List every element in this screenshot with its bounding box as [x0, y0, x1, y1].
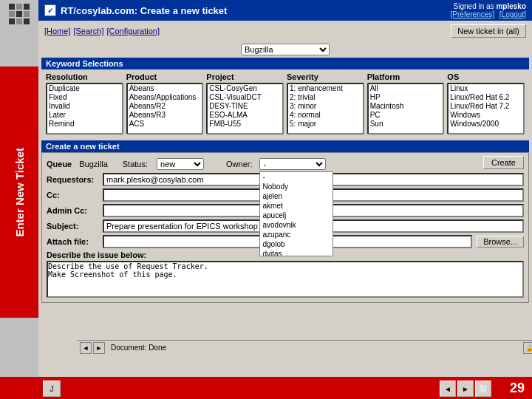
queue-select[interactable]: Bugzilla [241, 44, 330, 55]
main-content: ✓ RT/cosylab.com: Create a new ticket Si… [38, 0, 532, 377]
owner-option-ajelen[interactable]: ajelen [260, 191, 332, 201]
owner-option-avodovnik[interactable]: avodovnik [260, 220, 332, 230]
severity-col: Severity 1: enhancement 2: trivial 3: mi… [287, 72, 364, 134]
keyword-section-header: Keyword Selections [41, 58, 529, 69]
forward-icon[interactable]: ► [93, 342, 105, 354]
product-col: Product Abeans Abeans/Applications Abean… [126, 72, 204, 134]
create-section-header: Create a new ticket [41, 140, 529, 152]
owner-select[interactable]: - Nobody ajelen akmet apucelj avodovnik … [259, 158, 326, 170]
severity-label: Severity [287, 72, 364, 81]
taskbar-icon-1[interactable]: J [43, 381, 61, 397]
project-col: Project CSL-CosyGen CSL-VisualDCT DESY-T… [206, 72, 284, 134]
platform-label: Platform [367, 72, 445, 81]
status-select[interactable]: new open resolved [157, 158, 204, 170]
queue-value: Bugzilla [79, 160, 108, 168]
owner-option-dash[interactable]: - [260, 172, 332, 182]
platform-col: Platform All HP Macintosh PC Sun [367, 72, 445, 134]
queue-selector-area: Bugzilla [38, 41, 532, 58]
new-ticket-button[interactable]: New ticket in (all) [451, 24, 526, 38]
nav-bar: [Home] [Search] [Configuration] New tick… [38, 21, 532, 41]
cc-label: Cc: [47, 191, 98, 200]
keyword-grid: Resolution Duplicate Fixed Invalid Later… [41, 69, 529, 137]
configuration-link[interactable]: [Configuration] [106, 27, 160, 35]
owner-option-nobody[interactable]: Nobody [260, 182, 332, 191]
product-list[interactable]: Abeans Abeans/Applications Abeans/R2 Abe… [126, 83, 204, 134]
search-link[interactable]: [Search] [73, 27, 103, 35]
owner-option-azupanc[interactable]: azupanc [260, 230, 332, 239]
username: mplesko [496, 2, 526, 10]
taskbar-icon-3[interactable]: ► [457, 381, 474, 397]
subject-label: Subject: [47, 222, 98, 231]
admin-cc-label: Admin Cc: [47, 206, 98, 215]
project-list[interactable]: CSL-CosyGen CSL-VisualDCT DESY-TINE ESO-… [206, 83, 284, 134]
lock-icon[interactable]: 🔒 [523, 342, 532, 354]
logo-area [0, 0, 38, 66]
describe-area: Describe the issue below: Describe the u… [47, 250, 524, 299]
platform-list[interactable]: All HP Macintosh PC Sun [367, 83, 445, 134]
project-label: Project [206, 72, 284, 81]
logo-dots [9, 4, 30, 24]
status-bar: ◄ ► Document: Done 🔒 🏠 🖨 [77, 340, 532, 355]
queue-label: Queue [47, 160, 72, 168]
os-col: OS Linux Linux/Red Hat 6.2 Linux/Red Hat… [447, 72, 525, 134]
rt-icon: ✓ [44, 4, 56, 16]
resolution-list[interactable]: Duplicate Fixed Invalid Later Remind [46, 83, 123, 134]
requestors-label: Requestors: [47, 175, 98, 184]
page-title: RT/cosylab.com: Create a new ticket [61, 5, 227, 16]
signed-in-info: Signed in as mplesko [Preferences] [Logo… [451, 2, 526, 18]
bottom-bar: J ◄ ► ⬜ 29 [0, 377, 532, 399]
describe-textarea[interactable]: Describe the use of Request Tracker. Mak… [47, 261, 524, 298]
home-link[interactable]: [Home] [44, 27, 70, 35]
page-number: 29 [510, 381, 525, 396]
taskbar-icon-4[interactable]: ⬜ [475, 381, 491, 397]
create-form: Create Queue Bugzilla Status: new open r… [41, 152, 529, 303]
os-label: OS [447, 72, 525, 81]
browse-button[interactable]: Browse... [477, 236, 524, 248]
vertical-label: Enter New Ticket [0, 66, 38, 318]
resolution-col: Resolution Duplicate Fixed Invalid Later… [46, 72, 123, 134]
back-icon[interactable]: ◄ [80, 342, 92, 354]
product-label: Product [126, 72, 204, 81]
preferences-link[interactable]: [Preferences] [451, 10, 494, 18]
owner-option-akmet[interactable]: akmet [260, 201, 332, 211]
status-label: Status: [123, 160, 148, 168]
owner-option-apucelj[interactable]: apucelj [260, 211, 332, 220]
queue-status-row: Queue Bugzilla Status: new open resolved… [47, 158, 483, 170]
status-text: Document: Done [111, 344, 166, 352]
create-button[interactable]: Create [483, 156, 524, 169]
os-list[interactable]: Linux Linux/Red Hat 6.2 Linux/Red Hat 7.… [447, 83, 525, 134]
taskbar-icon-2[interactable]: ◄ [440, 381, 456, 397]
logout-link[interactable]: [Logout] [499, 10, 526, 18]
owner-label: Owner: [226, 160, 252, 168]
owner-option-dgolob[interactable]: dgolob [260, 239, 332, 249]
attach-label: Attach file: [47, 237, 98, 246]
title-bar: ✓ RT/cosylab.com: Create a new ticket Si… [38, 0, 532, 21]
resolution-label: Resolution [46, 72, 123, 81]
severity-list[interactable]: 1: enhancement 2: trivial 3: minor 4: no… [287, 83, 364, 134]
owner-option-dvitas[interactable]: dvitas [260, 249, 332, 256]
